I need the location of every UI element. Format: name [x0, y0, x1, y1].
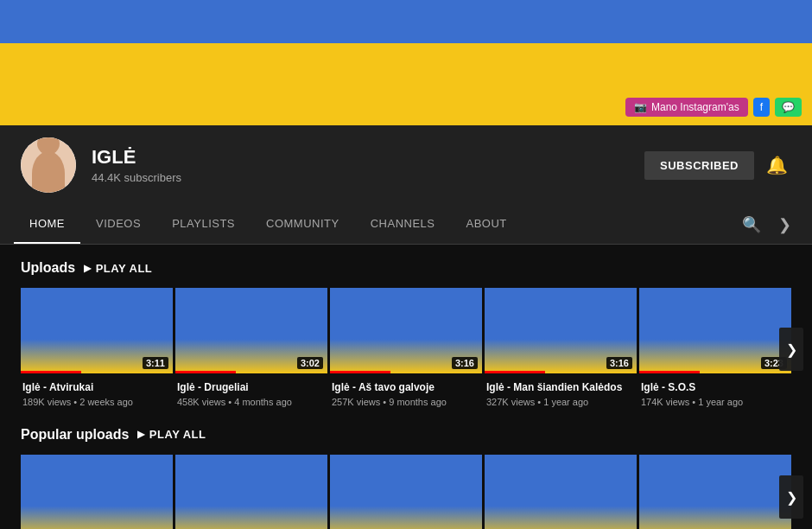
video-title-4: Iglė - Man šiandien Kalėdos	[486, 381, 635, 395]
video-title-3: Iglė - Aš tavo galvoje	[332, 381, 480, 395]
search-icon[interactable]: 🔍	[732, 207, 771, 243]
popular-section-header: Popular uploads ▶ PLAY ALL	[21, 427, 791, 443]
bell-icon: 🔔	[766, 156, 788, 175]
banner-main: 📷 Mano Instagram'as f 💬	[0, 43, 812, 125]
popular-play-all-button[interactable]: ▶ PLAY ALL	[137, 428, 206, 441]
video-title-5: Iglė - S.O.S	[641, 381, 790, 395]
popular-thumb-3[interactable]	[330, 455, 482, 529]
avatar	[21, 137, 76, 193]
video-stats-4: 327K views • 1 year ago	[486, 397, 635, 407]
video-thumb-1[interactable]: 3:11	[21, 288, 173, 373]
play-all-label: PLAY ALL	[96, 262, 153, 275]
instagram-button[interactable]: 📷 Mano Instagram'as	[625, 98, 748, 117]
play-triangle-icon: ▶	[84, 263, 92, 274]
whatsapp-icon: 💬	[782, 101, 795, 113]
video-meta-3: Iglė - Aš tavo galvoje 257K views • 9 mo…	[330, 377, 482, 411]
progress-bar-4	[485, 371, 545, 373]
video-stats-5: 174K views • 1 year ago	[641, 397, 790, 407]
video-meta-1: Iglė - Atvirukai 189K views • 2 weeks ag…	[21, 377, 173, 411]
duration-3: 3:16	[452, 357, 478, 369]
video-title-1: Iglė - Atvirukai	[22, 381, 171, 395]
video-meta-4: Iglė - Man šiandien Kalėdos 327K views •…	[485, 377, 637, 411]
social-links: 📷 Mano Instagram'as f 💬	[625, 98, 802, 117]
video-title-2: Iglė - Drugeliai	[177, 381, 326, 395]
video-thumb-5[interactable]: 3:23	[639, 288, 791, 373]
video-stats-3: 257K views • 9 months ago	[332, 397, 480, 407]
avatar-head	[37, 137, 60, 155]
tab-about[interactable]: ABOUT	[451, 205, 523, 244]
video-thumb-4[interactable]: 3:16	[485, 288, 637, 373]
uploads-meta-row: Iglė - Atvirukai 189K views • 2 weeks ag…	[21, 377, 791, 411]
uploads-section-header: Uploads ▶ PLAY ALL	[21, 260, 791, 276]
nav-tabs: HOME VIDEOS PLAYLISTS COMMUNITY CHANNELS…	[0, 205, 812, 245]
popular-video-row: ❯	[21, 455, 791, 529]
banner-top	[0, 0, 812, 43]
tab-community[interactable]: COMMUNITY	[251, 205, 355, 244]
whatsapp-button[interactable]: 💬	[775, 98, 802, 117]
popular-thumb-2[interactable]	[175, 455, 327, 529]
avatar-image	[21, 137, 76, 193]
nav-more-chevron[interactable]: ❯	[771, 207, 798, 243]
video-stats-1: 189K views • 2 weeks ago	[22, 397, 171, 407]
video-stats-2: 458K views • 4 months ago	[177, 397, 326, 407]
facebook-button[interactable]: f	[753, 98, 770, 117]
duration-4: 3:16	[606, 357, 632, 369]
uploads-next-button[interactable]: ❯	[779, 328, 803, 371]
duration-2: 3:02	[297, 357, 323, 369]
popular-play-triangle-icon: ▶	[137, 429, 145, 440]
progress-bar-2	[175, 371, 236, 373]
tab-playlists[interactable]: PLAYLISTS	[156, 205, 251, 244]
tab-home[interactable]: HOME	[14, 205, 80, 244]
video-meta-2: Iglė - Drugeliai 458K views • 4 months a…	[175, 377, 327, 411]
channel-actions: SUBSCRIBED 🔔	[644, 151, 791, 180]
instagram-icon: 📷	[634, 101, 647, 113]
popular-thumb-5[interactable]	[639, 455, 791, 529]
popular-play-all-label: PLAY ALL	[149, 428, 206, 441]
channel-name: IGLĖ	[92, 146, 629, 169]
avatar-figure	[32, 151, 65, 193]
tab-channels[interactable]: CHANNELS	[355, 205, 451, 244]
video-thumb-3[interactable]: 3:16	[330, 288, 482, 373]
popular-thumb-1[interactable]	[21, 455, 173, 529]
instagram-label: Mano Instagram'as	[651, 101, 739, 113]
popular-grid	[21, 455, 791, 529]
progress-bar-1	[21, 371, 81, 373]
uploads-title: Uploads	[21, 260, 75, 276]
uploads-grid: 3:11 3:02 3:16 3:16 3:23	[21, 288, 791, 373]
video-meta-5: Iglė - S.O.S 174K views • 1 year ago	[639, 377, 791, 411]
popular-thumb-4[interactable]	[485, 455, 637, 529]
facebook-icon: f	[760, 101, 763, 113]
uploads-video-row: 3:11 3:02 3:16 3:16 3:23	[21, 288, 791, 411]
channel-header: IGLĖ 44.4K subscribers SUBSCRIBED 🔔	[0, 125, 812, 205]
uploads-play-all-button[interactable]: ▶ PLAY ALL	[84, 262, 152, 275]
progress-bar-5	[639, 371, 700, 373]
notification-bell-button[interactable]: 🔔	[763, 151, 791, 179]
duration-1: 3:11	[143, 357, 168, 369]
video-thumb-2[interactable]: 3:02	[175, 288, 327, 373]
popular-title: Popular uploads	[21, 427, 129, 443]
popular-next-button[interactable]: ❯	[779, 475, 803, 519]
channel-subscribers: 44.4K subscribers	[92, 171, 629, 184]
progress-bar-3	[330, 371, 390, 373]
channel-info: IGLĖ 44.4K subscribers	[92, 146, 629, 184]
tab-videos[interactable]: VIDEOS	[80, 205, 156, 244]
subscribe-button[interactable]: SUBSCRIBED	[644, 151, 754, 180]
content-area: Uploads ▶ PLAY ALL 3:11 3:02 3:16	[0, 245, 812, 529]
